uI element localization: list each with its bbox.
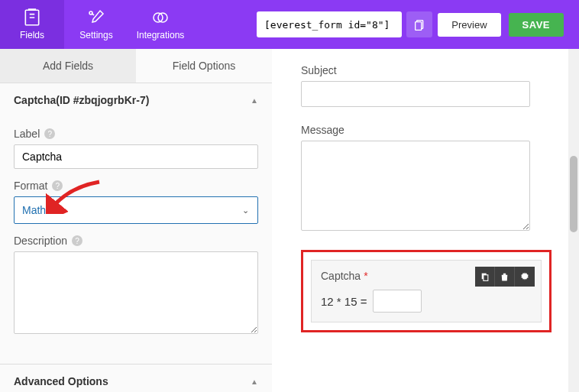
preview-captcha-highlight: Captcha* 12 * 15 =: [301, 250, 552, 332]
scrollbar-outer[interactable]: [568, 49, 579, 392]
copy-shortcode-button[interactable]: [406, 11, 432, 37]
trash-icon: [500, 272, 509, 282]
main-nav: Fields Settings Integrations: [0, 0, 192, 49]
sidebar-tabs: Add Fields Field Options: [0, 49, 272, 83]
description-textarea[interactable]: [14, 251, 258, 334]
required-star: *: [364, 270, 367, 282]
preview-message-textarea[interactable]: [301, 141, 530, 231]
sidebar: Add Fields Field Options Captcha(ID #zbq…: [0, 49, 272, 392]
top-toolbar: Fields Settings Integrations Preview SAV…: [0, 0, 579, 49]
captcha-answer-input[interactable]: [373, 290, 422, 313]
settings-icon: [87, 8, 105, 27]
label-input[interactable]: [14, 144, 258, 169]
help-icon[interactable]: ?: [44, 128, 55, 139]
clipboard-icon: [413, 18, 425, 31]
svg-rect-4: [416, 22, 422, 31]
shortcode-container: [257, 11, 402, 37]
duplicate-button[interactable]: [475, 267, 495, 287]
nav-integrations-label: Integrations: [137, 30, 185, 40]
caret-up-icon: ▲: [251, 377, 258, 386]
nav-integrations[interactable]: Integrations: [128, 0, 192, 49]
nav-fields[interactable]: Fields: [0, 0, 64, 49]
preview-subject-field[interactable]: Subject: [301, 64, 550, 107]
nav-fields-label: Fields: [20, 30, 44, 40]
panel-title: Captcha(ID #zbqjogrbKr-7): [14, 94, 149, 106]
caret-up-icon: ▲: [251, 96, 258, 105]
math-expression: 12 * 15 =: [321, 295, 367, 308]
tab-add-fields[interactable]: Add Fields: [0, 49, 136, 83]
format-select[interactable]: Math: [14, 196, 258, 224]
label-group: Label ?: [14, 128, 258, 169]
scrollbar-thumb[interactable]: [570, 156, 577, 232]
copy-icon: [480, 272, 490, 282]
preview-message-field[interactable]: Message: [301, 124, 550, 233]
description-label: Description ?: [14, 235, 258, 247]
top-actions: Preview SAVE: [438, 13, 564, 37]
label-label: Label ?: [14, 128, 258, 140]
panel-header-advanced[interactable]: Advanced Options ▲: [0, 364, 272, 392]
help-icon[interactable]: ?: [72, 235, 82, 246]
panel-header-captcha[interactable]: Captcha(ID #zbqjogrbKr-7) ▲: [0, 83, 272, 117]
help-icon[interactable]: ?: [52, 180, 63, 191]
integrations-icon: [151, 8, 170, 27]
main-area: Add Fields Field Options Captcha(ID #zbq…: [0, 49, 579, 392]
tab-field-options[interactable]: Field Options: [136, 49, 272, 83]
field-toolbar: [475, 267, 535, 287]
svg-rect-6: [484, 274, 488, 280]
save-button[interactable]: SAVE: [509, 13, 564, 37]
nav-settings[interactable]: Settings: [64, 0, 128, 49]
captcha-math-row: 12 * 15 =: [321, 290, 532, 313]
panel-body: Label ? Format ? Math ⌄ D: [0, 117, 272, 348]
settings-field-button[interactable]: [515, 267, 535, 287]
gear-icon: [519, 271, 530, 282]
advanced-title: Advanced Options: [14, 375, 108, 387]
preview-subject-input[interactable]: [301, 81, 530, 107]
fields-icon: [22, 8, 42, 27]
nav-settings-label: Settings: [79, 30, 112, 40]
format-group: Format ? Math ⌄: [14, 180, 258, 224]
preview-captcha-field[interactable]: Captcha* 12 * 15 =: [311, 260, 542, 322]
preview-button[interactable]: Preview: [438, 13, 500, 37]
description-group: Description ?: [14, 235, 258, 336]
shortcode-input[interactable]: [257, 19, 402, 31]
form-preview: Subject Message: [272, 49, 579, 392]
preview-message-label: Message: [301, 124, 550, 136]
preview-subject-label: Subject: [301, 64, 550, 76]
format-label: Format ?: [14, 180, 258, 192]
delete-button[interactable]: [495, 267, 515, 287]
